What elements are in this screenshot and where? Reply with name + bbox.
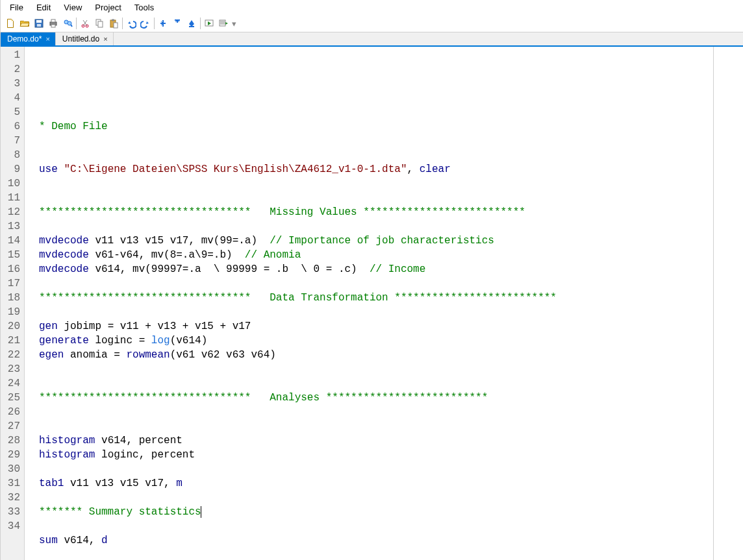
line-number: 24 — [3, 376, 20, 391]
code-line[interactable] — [39, 305, 743, 319]
svg-rect-12 — [98, 21, 103, 27]
code-line[interactable]: generate loginc = log(v614) — [39, 334, 743, 348]
line-number: 25 — [3, 391, 20, 405]
bookmark-icon[interactable] — [184, 16, 199, 30]
code-line[interactable]: sum v614, d — [39, 533, 743, 548]
code-editor[interactable]: 1234567891011121314151617181920212223242… — [1, 47, 743, 560]
code-line[interactable]: mvdecode v61-v64, mv(8=.a\9=.b) // Anomi… — [39, 248, 743, 262]
run-icon[interactable] — [202, 16, 216, 30]
code-line[interactable] — [39, 519, 743, 533]
tab-demo-do[interactable]: Demo.do* × — [1, 32, 56, 45]
line-number: 21 — [3, 334, 20, 348]
svg-line-8 — [71, 25, 72, 27]
line-number: 33 — [3, 505, 20, 519]
code-line[interactable]: use "C:\Eigene Dateien\SPSS Kurs\English… — [39, 162, 743, 177]
find-icon[interactable] — [60, 16, 75, 30]
line-number: 29 — [3, 448, 20, 462]
code-line[interactable]: tab1 v11 v13 v15 v17, m — [39, 476, 743, 491]
code-line[interactable]: histogram loginc, percent — [39, 448, 743, 462]
paste-icon[interactable] — [107, 16, 121, 30]
tab-label: Demo.do* — [7, 34, 42, 43]
code-line[interactable]: ********************************** Analy… — [39, 391, 743, 405]
code-line[interactable] — [39, 419, 743, 433]
svg-rect-1 — [36, 20, 42, 23]
code-line[interactable] — [39, 134, 743, 148]
code-line[interactable] — [39, 376, 743, 391]
line-number: 9 — [3, 162, 20, 177]
line-number: 31 — [3, 476, 20, 491]
code-line[interactable]: * Demo File — [39, 119, 743, 134]
copy-icon[interactable] — [92, 16, 107, 30]
unindent-icon[interactable] — [170, 16, 184, 30]
line-number: 16 — [3, 262, 20, 276]
code-line[interactable]: mvdecode v11 v13 v15 v17, mv(99=.a) // I… — [39, 234, 743, 248]
code-line[interactable] — [39, 491, 743, 505]
line-number: 17 — [3, 276, 20, 291]
text-caret — [201, 506, 201, 518]
line-number: 6 — [3, 119, 20, 134]
line-number: 7 — [3, 134, 20, 148]
code-line[interactable]: mvdecode v614, mv(99997=.a \ 99999 = .b … — [39, 262, 743, 276]
line-number: 34 — [3, 519, 20, 533]
cut-icon[interactable] — [78, 16, 92, 30]
indent-icon[interactable] — [156, 16, 170, 30]
code-line[interactable]: ******* Summary statistics — [39, 505, 743, 519]
toolbar-separator — [122, 18, 123, 29]
code-line[interactable] — [39, 462, 743, 476]
line-number: 26 — [3, 405, 20, 419]
tab-label: Untitled.do — [62, 34, 99, 43]
do-file-editor-window: File Edit View Project Tools ▾ Demo.do* … — [0, 0, 743, 560]
open-file-icon[interactable] — [18, 16, 32, 30]
tab-untitled-do[interactable]: Untitled.do × — [56, 32, 114, 45]
line-number: 13 — [3, 219, 20, 234]
menu-project[interactable]: Project — [88, 1, 127, 14]
line-number: 4 — [3, 91, 20, 105]
code-line[interactable] — [39, 405, 743, 419]
code-area[interactable]: * Demo File use "C:\Eigene Dateien\SPSS … — [25, 47, 743, 560]
code-line[interactable]: ********************************** Missi… — [39, 205, 743, 219]
toolbar-separator — [154, 18, 155, 29]
line-number: 3 — [3, 77, 20, 91]
close-icon[interactable]: × — [103, 35, 107, 43]
code-line[interactable] — [39, 191, 743, 205]
save-icon[interactable] — [32, 16, 46, 30]
toolbar: ▾ — [1, 15, 743, 32]
code-line[interactable] — [39, 548, 743, 560]
line-number: 11 — [3, 191, 20, 205]
code-line[interactable] — [39, 219, 743, 234]
code-line[interactable] — [39, 276, 743, 291]
line-number: 19 — [3, 305, 20, 319]
menu-view[interactable]: View — [57, 1, 88, 14]
toolbar-overflow-icon[interactable]: ▾ — [231, 19, 238, 29]
code-line[interactable] — [39, 177, 743, 191]
code-line[interactable] — [39, 91, 743, 105]
code-line[interactable] — [39, 148, 743, 162]
close-icon[interactable]: × — [45, 35, 49, 43]
line-number-gutter: 1234567891011121314151617181920212223242… — [1, 47, 25, 560]
line-number: 12 — [3, 205, 20, 219]
menubar: File Edit View Project Tools — [1, 0, 743, 15]
run-lines-icon[interactable] — [216, 16, 231, 30]
code-line[interactable]: histogram v614, percent — [39, 433, 743, 448]
menu-tools[interactable]: Tools — [128, 1, 160, 14]
code-line[interactable] — [39, 362, 743, 376]
menu-edit[interactable]: Edit — [30, 1, 57, 14]
code-line[interactable]: ********************************** Data … — [39, 291, 743, 305]
svg-rect-4 — [51, 19, 55, 22]
line-number: 22 — [3, 348, 20, 362]
code-line[interactable] — [39, 105, 743, 119]
line-number: 2 — [3, 62, 20, 77]
undo-icon[interactable] — [124, 16, 138, 30]
print-icon[interactable] — [46, 16, 60, 30]
svg-rect-15 — [114, 23, 118, 28]
line-number: 8 — [3, 148, 20, 162]
tab-bar: Demo.do* × Untitled.do × — [1, 32, 743, 47]
menu-file[interactable]: File — [3, 1, 30, 14]
new-file-icon[interactable] — [3, 16, 18, 30]
line-number: 32 — [3, 491, 20, 505]
redo-icon[interactable] — [138, 16, 153, 30]
code-line[interactable]: egen anomia = rowmean(v61 v62 v63 v64) — [39, 348, 743, 362]
code-line[interactable]: gen jobimp = v11 + v13 + v15 + v17 — [39, 319, 743, 334]
line-number: 5 — [3, 105, 20, 119]
toolbar-separator — [76, 18, 77, 29]
